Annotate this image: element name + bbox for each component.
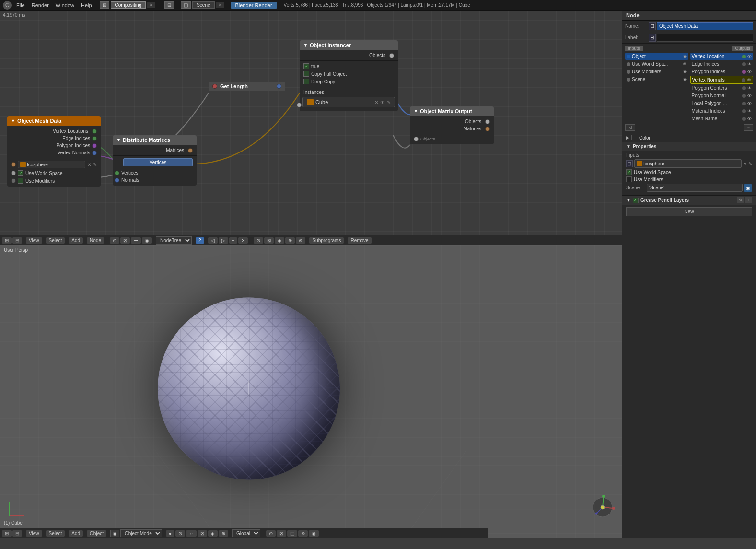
nbb-extra-5[interactable]: ⊗ xyxy=(296,237,305,244)
nbb-select[interactable]: Select xyxy=(46,237,65,244)
socket-instancer-input[interactable] xyxy=(297,103,302,107)
color-checkbox[interactable] xyxy=(631,135,637,140)
panel-color-header[interactable]: ▶ Color xyxy=(626,135,752,140)
vbb-snap-1[interactable]: ● xyxy=(166,530,174,537)
vbb-right-2[interactable]: ⊠ xyxy=(277,530,286,537)
object-clear-btn[interactable]: ✕ xyxy=(87,162,91,167)
props-object-clear[interactable]: ✕ xyxy=(743,161,747,166)
nbb-remove[interactable]: Remove xyxy=(348,237,371,244)
vbb-select[interactable]: Select xyxy=(46,530,65,537)
output-polygon-indices-eye[interactable]: 👁 xyxy=(747,70,752,74)
nbb-extra-2[interactable]: ⊠ xyxy=(264,237,274,244)
input-modifiers-eye[interactable]: 👁 xyxy=(683,70,687,74)
socket-vertex-normals[interactable] xyxy=(92,151,97,155)
workspace-close[interactable]: ✕ xyxy=(147,2,155,8)
vbb-snap-4[interactable]: ⊠ xyxy=(198,530,207,537)
panel-output-vertex-location[interactable]: Vertex Location 👁 xyxy=(690,53,754,60)
menu-render[interactable]: Render xyxy=(32,2,49,8)
gp-add-btn[interactable]: + xyxy=(745,197,752,203)
panel-name-icon[interactable]: ⊟ xyxy=(649,22,656,30)
node-canvas[interactable]: 4.1970 ms xyxy=(0,11,622,235)
props-world-space-cb[interactable]: ✓ xyxy=(626,169,632,175)
nbb-view-btn-3[interactable]: ☰ xyxy=(131,237,141,244)
socket-object-input[interactable] xyxy=(11,162,16,167)
vbb-add[interactable]: Add xyxy=(69,530,83,537)
socket-matrix-objects[interactable] xyxy=(485,119,490,124)
nbb-extra-1[interactable]: ⊙ xyxy=(254,237,263,244)
nbb-right-2[interactable]: ▷ xyxy=(219,237,228,244)
gp-checkbox[interactable]: ✓ xyxy=(633,198,639,203)
panel-io-prev[interactable]: ◁ xyxy=(625,124,635,131)
vbb-snap-3[interactable]: ↔ xyxy=(186,530,197,537)
vbb-snap-6[interactable]: ⊕ xyxy=(219,530,228,537)
nbb-tree-dropdown[interactable]: NodeTree xyxy=(156,236,192,245)
props-object-selector[interactable]: Icosphere xyxy=(634,159,742,168)
cube-edit-btn[interactable]: ✎ xyxy=(387,100,391,105)
gp-new-btn[interactable]: New xyxy=(626,207,752,216)
output-polygon-normal-eye[interactable]: 👁 xyxy=(747,93,752,98)
panel-output-mesh-name[interactable]: Mesh Name 👁 xyxy=(690,115,754,122)
panel-input-object[interactable]: Object 👁 xyxy=(625,53,688,60)
engine-selector[interactable]: Blender Render xyxy=(231,2,277,9)
output-polygon-centers-eye[interactable]: 👁 xyxy=(747,86,752,91)
output-mesh-name-eye[interactable]: 👁 xyxy=(747,117,752,121)
output-local-polygon-eye[interactable]: 👁 xyxy=(747,101,752,106)
vbb-right-5[interactable]: ◉ xyxy=(309,530,319,537)
panel-output-material-indices[interactable]: Material Indices 👁 xyxy=(690,107,754,115)
cube-eye-btn[interactable]: 👁 xyxy=(380,100,385,105)
nbb-icon-btn-1[interactable]: ⊞ xyxy=(2,237,12,244)
socket-get-length-output[interactable] xyxy=(277,84,281,89)
socket-vertices-out[interactable] xyxy=(115,171,119,175)
panel-label-input[interactable] xyxy=(657,34,753,42)
node-distribute[interactable]: ▼ Distribute Matrices Matrices Vertices xyxy=(113,135,197,186)
vbb-view[interactable]: View xyxy=(26,530,42,537)
modifiers-checkbox[interactable] xyxy=(18,178,23,184)
panel-output-polygon-normal[interactable]: Polygon Normal 👁 xyxy=(690,92,754,99)
node-matrix-output[interactable]: ▼ Object Matrix Output Objects Matrices xyxy=(410,106,494,144)
vbb-right-3[interactable]: ◫ xyxy=(287,530,297,537)
nbb-page-num[interactable]: 2 xyxy=(196,237,204,244)
vbb-object[interactable]: Object xyxy=(87,530,106,537)
panel-output-local-polygon[interactable]: Local Polygon ... 👁 xyxy=(690,100,754,107)
socket-matrix-input[interactable] xyxy=(414,137,419,141)
props-scene-picker[interactable]: ◉ xyxy=(744,184,752,192)
cube-clear-btn[interactable]: ✕ xyxy=(374,100,378,105)
output-vertex-normals-eye[interactable]: 👁 xyxy=(747,78,751,82)
node-object-selector[interactable]: Icosphere xyxy=(18,161,85,168)
output-edge-indices-eye[interactable]: 👁 xyxy=(747,62,752,67)
input-world-space-eye[interactable]: 👁 xyxy=(683,62,687,67)
nbb-view-btn-4[interactable]: ◉ xyxy=(142,237,152,244)
output-material-indices-eye[interactable]: 👁 xyxy=(747,109,752,114)
props-modifiers-cb[interactable] xyxy=(626,176,632,182)
nbb-subprograms[interactable]: Subprograms xyxy=(309,237,344,244)
nbb-right-4[interactable]: ✕ xyxy=(238,237,248,244)
panel-outputs-toggle[interactable]: Outputs xyxy=(732,46,753,51)
panel-output-vertex-normals[interactable]: Vertex Normals 👁 xyxy=(690,76,754,84)
nbb-node[interactable]: Node xyxy=(87,237,104,244)
menu-window[interactable]: Window xyxy=(56,2,74,8)
nbb-extra-4[interactable]: ⊕ xyxy=(285,237,295,244)
menu-file[interactable]: File xyxy=(16,2,25,8)
node-get-length[interactable]: Get Length xyxy=(209,82,285,91)
nbb-right-3[interactable]: + xyxy=(229,237,238,244)
socket-world-space[interactable] xyxy=(11,171,16,175)
panel-output-polygon-indices[interactable]: Polygon Indices 👁 xyxy=(690,68,754,75)
nbb-extra-3[interactable]: ◈ xyxy=(275,237,284,244)
vbb-mode-icon[interactable]: ◉ xyxy=(110,530,119,537)
props-scene-selector[interactable]: 'Scene' xyxy=(647,184,743,192)
distribute-mode-dropdown[interactable]: Vertices xyxy=(123,158,193,166)
vbb-snap-2[interactable]: ⊙ xyxy=(175,530,185,537)
vbb-right-1[interactable]: ⊙ xyxy=(266,530,276,537)
copy-from-source-checkbox[interactable] xyxy=(303,63,309,69)
vbb-snap-5[interactable]: ◈ xyxy=(208,530,218,537)
panel-name-input[interactable] xyxy=(657,22,753,30)
world-space-checkbox[interactable] xyxy=(18,170,23,176)
props-object-edit[interactable]: ✎ xyxy=(748,161,752,166)
nbb-view-btn-2[interactable]: ⊠ xyxy=(120,237,130,244)
nbb-view[interactable]: View xyxy=(26,237,42,244)
scene-label[interactable]: Scene xyxy=(192,1,214,9)
socket-normals-out[interactable] xyxy=(115,178,119,183)
socket-vertex-locations[interactable] xyxy=(92,129,97,134)
nbb-add[interactable]: Add xyxy=(69,237,83,244)
menu-help[interactable]: Help xyxy=(81,2,92,8)
